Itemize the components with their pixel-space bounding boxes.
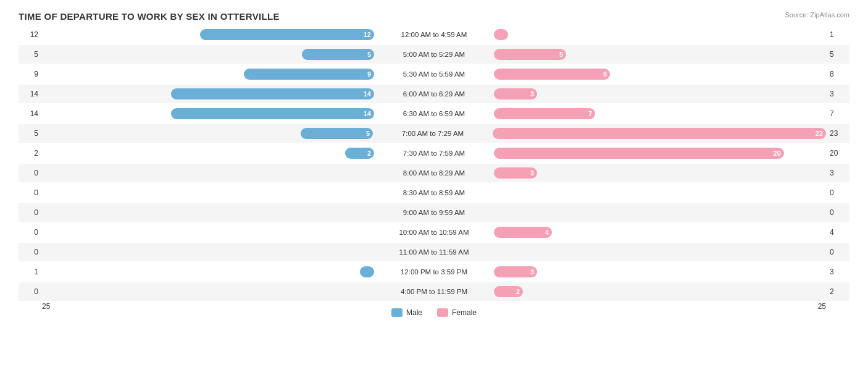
bar-male: 9 bbox=[244, 69, 374, 80]
table-row: 12 12 12:00 AM to 4:59 AM 1 bbox=[19, 25, 849, 44]
table-row: 5 5 7:00 AM to 7:29 AM 23 23 bbox=[19, 124, 849, 143]
time-label: 4:00 PM to 11:59 PM bbox=[375, 288, 493, 295]
legend: Male Female bbox=[391, 308, 477, 317]
right-bar-container: 3 bbox=[493, 266, 826, 277]
legend-female-label: Female bbox=[452, 308, 477, 317]
bar-female: 23 bbox=[493, 128, 826, 139]
right-value: 8 bbox=[826, 70, 849, 78]
right-value: 1 bbox=[826, 30, 849, 39]
bar-male: 5 bbox=[302, 49, 374, 60]
left-value: 5 bbox=[19, 50, 42, 59]
left-value: 2 bbox=[19, 149, 42, 158]
left-bar-container: 14 bbox=[42, 108, 375, 119]
right-value: 5 bbox=[826, 50, 849, 59]
right-value: 3 bbox=[826, 268, 849, 276]
right-bar-container bbox=[493, 29, 826, 40]
right-value: 23 bbox=[826, 129, 849, 138]
bar-male: 2 bbox=[345, 148, 374, 159]
legend-male: Male bbox=[391, 308, 422, 317]
left-bar-container bbox=[42, 187, 375, 198]
right-bar-container: 4 bbox=[493, 227, 826, 238]
time-label: 6:30 AM to 6:59 AM bbox=[375, 110, 493, 117]
left-bar-container: 12 bbox=[42, 29, 375, 40]
left-value: 5 bbox=[19, 129, 42, 138]
left-bar-container bbox=[42, 266, 375, 277]
right-bar-container bbox=[493, 247, 826, 258]
bars-section: 8:00 AM to 8:29 AM 3 bbox=[42, 164, 826, 182]
right-bar-container: 3 bbox=[493, 88, 826, 99]
bar-male: 12 bbox=[200, 29, 374, 40]
left-bar-container bbox=[42, 227, 375, 238]
right-bar-container: 7 bbox=[493, 108, 826, 119]
male-bar-value: 5 bbox=[363, 130, 373, 137]
table-row: 14 14 6:30 AM to 6:59 AM 7 7 bbox=[19, 104, 849, 123]
time-label: 7:30 AM to 7:59 AM bbox=[375, 150, 493, 157]
bars-section: 12 12:00 AM to 4:59 AM bbox=[42, 25, 826, 44]
table-row: 2 2 7:30 AM to 7:59 AM 20 20 bbox=[19, 144, 849, 162]
axis-right: 25 bbox=[818, 302, 826, 317]
chart-container: TIME OF DEPARTURE TO WORK BY SEX IN OTTE… bbox=[0, 0, 868, 342]
bars-section: 12:00 PM to 3:59 PM 3 bbox=[42, 263, 826, 281]
bar-male: 14 bbox=[171, 108, 374, 119]
table-row: 0 10:00 AM to 10:59 AM 4 4 bbox=[19, 223, 849, 242]
table-row: 0 8:30 AM to 8:59 AM 0 bbox=[19, 184, 849, 202]
legend-male-box bbox=[391, 308, 403, 317]
time-label: 8:30 AM to 8:59 AM bbox=[375, 189, 493, 196]
male-bar-value: 12 bbox=[361, 31, 374, 38]
bars-section: 5 5:00 AM to 5:29 AM 5 bbox=[42, 45, 826, 64]
bars-section: 10:00 AM to 10:59 AM 4 bbox=[42, 223, 826, 242]
left-bar-container: 5 bbox=[42, 128, 374, 139]
right-value: 7 bbox=[826, 109, 849, 118]
left-bar-container bbox=[42, 167, 375, 179]
bars-section: 4:00 PM to 11:59 PM 2 bbox=[42, 282, 826, 301]
legend-male-label: Male bbox=[406, 308, 422, 317]
left-value: 0 bbox=[19, 169, 42, 177]
bars-section: 5 7:00 AM to 7:29 AM 23 bbox=[42, 124, 826, 143]
chart-area: 12 12 12:00 AM to 4:59 AM 1 5 5 5:0 bbox=[19, 25, 849, 301]
left-value: 9 bbox=[19, 70, 42, 78]
female-bar-value: 3 bbox=[527, 169, 537, 177]
right-value: 0 bbox=[826, 208, 849, 217]
right-value: 0 bbox=[826, 188, 849, 197]
left-value: 0 bbox=[19, 208, 42, 217]
table-row: 0 11:00 AM to 11:59 AM 0 bbox=[19, 243, 849, 261]
female-bar-value: 8 bbox=[600, 70, 610, 78]
left-bar-container: 14 bbox=[42, 88, 375, 99]
right-bar-container bbox=[493, 187, 826, 198]
time-label: 9:00 AM to 9:59 AM bbox=[375, 209, 493, 216]
male-bar-value: 14 bbox=[361, 90, 374, 98]
right-value: 0 bbox=[826, 248, 849, 256]
right-bar-container: 20 bbox=[493, 148, 826, 159]
bar-female: 3 bbox=[494, 167, 537, 179]
left-value: 0 bbox=[19, 228, 42, 237]
left-bar-container: 2 bbox=[42, 148, 375, 159]
axis-left: 25 bbox=[42, 302, 50, 317]
chart-title: TIME OF DEPARTURE TO WORK BY SEX IN OTTE… bbox=[19, 11, 849, 22]
right-value: 3 bbox=[826, 169, 849, 177]
right-bar-container: 2 bbox=[493, 286, 826, 297]
legend-female: Female bbox=[437, 308, 477, 317]
left-bar-container: 9 bbox=[42, 69, 375, 80]
bar-male: 14 bbox=[171, 88, 374, 99]
right-value: 3 bbox=[826, 90, 849, 98]
right-value: 2 bbox=[826, 287, 849, 296]
female-bar-value: 23 bbox=[812, 130, 826, 137]
bar-male: 5 bbox=[301, 128, 373, 139]
table-row: 14 14 6:00 AM to 6:29 AM 3 3 bbox=[19, 85, 849, 103]
bars-section: 9:00 AM to 9:59 AM bbox=[42, 203, 826, 222]
source-label: Source: ZipAtlas.com bbox=[785, 11, 849, 19]
table-row: 0 4:00 PM to 11:59 PM 2 2 bbox=[19, 282, 849, 301]
male-bar-value: 2 bbox=[364, 150, 374, 157]
bar-female: 20 bbox=[494, 148, 784, 159]
female-bar-value: 2 bbox=[513, 288, 523, 295]
left-value: 14 bbox=[19, 90, 42, 98]
left-bar-container bbox=[42, 207, 375, 218]
time-label: 8:00 AM to 8:29 AM bbox=[375, 169, 493, 177]
right-bar-container: 23 bbox=[491, 128, 826, 139]
male-bar-value: 14 bbox=[361, 110, 374, 117]
time-label: 11:00 AM to 11:59 AM bbox=[375, 248, 493, 256]
left-value: 0 bbox=[19, 248, 42, 256]
bar-female: 3 bbox=[494, 266, 537, 277]
bar-male bbox=[360, 266, 374, 277]
female-bar-value: 7 bbox=[585, 110, 595, 117]
